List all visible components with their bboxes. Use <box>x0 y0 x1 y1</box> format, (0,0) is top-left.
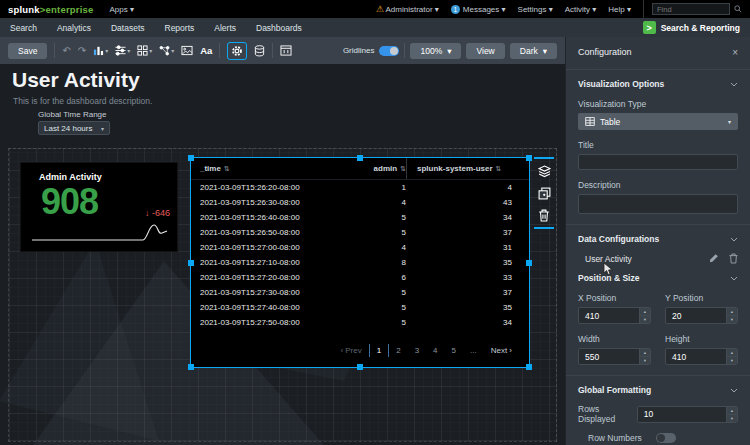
height-stepper[interactable]: 410 ▴▾ <box>665 348 738 365</box>
selection-handle-bottom-right[interactable] <box>526 364 532 370</box>
redo-icon[interactable]: ↷ <box>78 45 86 56</box>
splunk-logo[interactable]: splunk>enterprise <box>8 4 94 15</box>
nav-item-datasets[interactable]: Datasets <box>111 23 145 33</box>
add-chart-button[interactable]: ▾ <box>93 45 108 56</box>
pagination-page-4[interactable]: 4 <box>426 344 444 357</box>
description-input[interactable] <box>578 194 738 214</box>
time-range-dropdown[interactable]: Last 24 hours ▾ <box>38 121 110 135</box>
selection-handle-top-right[interactable] <box>526 155 532 161</box>
duplicate-button[interactable] <box>538 187 551 200</box>
add-text-button[interactable]: Aa <box>200 45 212 56</box>
column-header-admin[interactable]: admin⇅ <box>361 164 406 173</box>
selection-handle-middle-left[interactable] <box>188 260 194 266</box>
decrement-icon[interactable]: ▾ <box>727 414 737 422</box>
cell-admin: 5 <box>361 213 406 222</box>
delete-datasource-icon[interactable] <box>729 253 738 264</box>
pagination-ellipsis: ... <box>463 344 484 357</box>
source-editor-button[interactable] <box>280 45 292 56</box>
cell-system-user: 31 <box>406 243 521 252</box>
selection-handle-middle-right[interactable] <box>526 260 532 266</box>
increment-icon[interactable]: ▴ <box>640 308 650 315</box>
editor-toolbar: Save ↶ ↷ ▾ ▾ ▾ ▾ Aa <box>0 37 565 64</box>
delete-button[interactable] <box>538 209 550 222</box>
configuration-panel: Configuration × Visualization Options Vi… <box>565 37 750 445</box>
position-size-section-header[interactable]: Position & Size <box>578 273 738 283</box>
viz-options-section-header[interactable]: Visualization Options <box>578 79 738 89</box>
viz-type-dropdown[interactable]: Table ▾ <box>578 113 738 130</box>
increment-icon[interactable]: ▴ <box>727 349 737 356</box>
undo-icon[interactable]: ↶ <box>62 45 70 56</box>
add-image-button[interactable] <box>181 45 193 56</box>
nav-item-search[interactable]: Search <box>10 23 37 33</box>
column-header-time[interactable]: _time⇅ <box>191 164 361 173</box>
selection-handle-bottom-left[interactable] <box>188 364 194 370</box>
single-value-panel[interactable]: Admin Activity 908 ↓ -646 <box>20 162 178 252</box>
decrement-icon[interactable]: ▾ <box>640 356 650 364</box>
nav-item-analytics[interactable]: Analytics <box>57 23 91 33</box>
width-stepper[interactable]: 550 ▴▾ <box>578 348 651 365</box>
row-numbers-toggle[interactable] <box>656 433 676 443</box>
y-position-label: Y Position <box>665 293 738 303</box>
zoom-level-value: 100% <box>420 46 442 56</box>
pagination-page-2[interactable]: 2 <box>389 344 407 357</box>
pagination-next[interactable]: Next › <box>484 344 519 357</box>
view-button[interactable]: View <box>466 43 504 59</box>
nav-item-reports[interactable]: Reports <box>165 23 195 33</box>
section-divider <box>566 69 750 70</box>
administrator-menu[interactable]: ⚠ Administrator ▾ <box>376 4 439 14</box>
add-layout-button[interactable]: ▾ <box>137 45 152 56</box>
add-input-button[interactable]: ▾ <box>115 45 130 56</box>
increment-icon[interactable]: ▴ <box>727 308 737 315</box>
configuration-panel-button[interactable] <box>227 42 247 60</box>
column-header-system-user[interactable]: splunk-system-user⇅ <box>406 158 521 179</box>
rows-displayed-stepper[interactable]: 10 ▴▾ <box>637 406 738 423</box>
data-sources-button[interactable] <box>254 45 265 57</box>
apps-menu[interactable]: Apps ▾ <box>110 5 134 14</box>
add-shapes-button[interactable]: ▾ <box>159 45 174 56</box>
decrement-icon[interactable]: ▾ <box>727 356 737 364</box>
chevron-down-icon <box>730 237 738 242</box>
selection-handle-bottom-middle[interactable] <box>357 364 363 370</box>
data-config-section-header[interactable]: Data Configurations <box>578 234 738 244</box>
settings-menu[interactable]: Settings ▾ <box>518 5 553 14</box>
activity-menu[interactable]: Activity ▾ <box>565 5 597 14</box>
table-row: 2021-03-09T15:27:40-08:00535 <box>191 300 529 315</box>
theme-dropdown[interactable]: Dark▾ <box>510 43 557 59</box>
global-formatting-section-header[interactable]: Global Formatting <box>578 385 738 395</box>
nav-item-dashboards[interactable]: Dashboards <box>256 23 302 33</box>
layers-button[interactable] <box>538 165 551 178</box>
increment-icon[interactable]: ▴ <box>727 407 737 414</box>
warning-icon: ⚠ <box>376 4 384 14</box>
administrator-label: Administrator ▾ <box>385 5 438 14</box>
decrement-icon[interactable]: ▾ <box>727 315 737 323</box>
selection-handle-top-left[interactable] <box>188 155 194 161</box>
close-icon[interactable]: × <box>732 47 738 58</box>
chevron-down-icon <box>730 276 738 281</box>
table-panel[interactable]: _time⇅ admin⇅ splunk-system-user⇅ 2021-0… <box>190 157 530 368</box>
pagination-page-5[interactable]: 5 <box>445 344 463 357</box>
nav-item-alerts[interactable]: Alerts <box>214 23 236 33</box>
pagination-page-3[interactable]: 3 <box>408 344 426 357</box>
app-context[interactable]: > Search & Reporting <box>643 21 740 34</box>
table-row: 2021-03-09T15:26:20-08:0014 <box>191 180 529 195</box>
cell-system-user: 37 <box>406 228 521 237</box>
height-label: Height <box>665 334 738 344</box>
y-position-stepper[interactable]: 20 ▴▾ <box>665 307 738 324</box>
messages-menu[interactable]: 1Messages ▾ <box>451 5 506 14</box>
gridlines-label: Gridlines <box>343 46 375 55</box>
title-input[interactable] <box>578 154 738 170</box>
decrement-icon[interactable]: ▾ <box>640 315 650 323</box>
selection-handle-top-middle[interactable] <box>357 155 363 161</box>
sort-icon: ⇅ <box>224 165 230 172</box>
save-button[interactable]: Save <box>8 43 47 59</box>
pagination-prev[interactable]: ‹ Prev <box>333 344 368 357</box>
zoom-level-dropdown[interactable]: 100%▾ <box>410 43 461 59</box>
gridlines-toggle[interactable] <box>379 46 399 56</box>
find-input[interactable] <box>652 3 730 15</box>
x-position-stepper[interactable]: 410 ▴▾ <box>578 307 651 324</box>
toolbar-divider <box>54 43 55 58</box>
edit-pencil-icon[interactable] <box>709 253 719 264</box>
increment-icon[interactable]: ▴ <box>640 349 650 356</box>
help-menu[interactable]: Help ▾ <box>608 5 631 14</box>
pagination-page-1[interactable]: 1 <box>369 344 389 357</box>
